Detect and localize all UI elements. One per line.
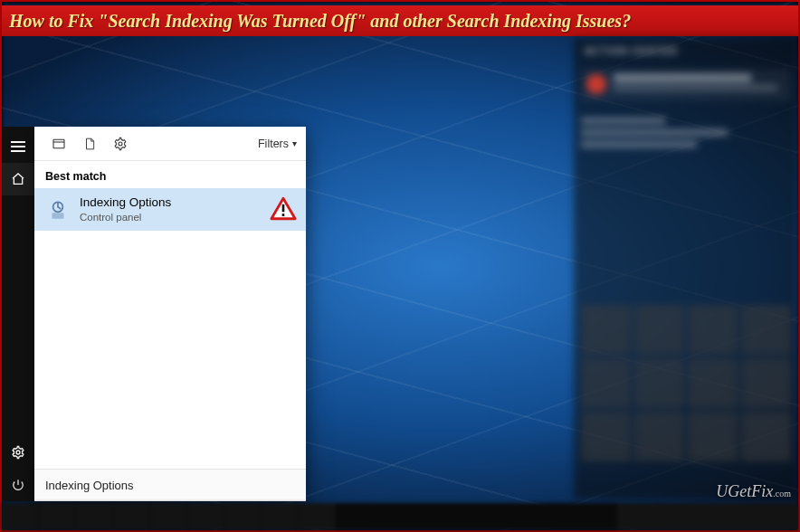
article-title: How to Fix "Search Indexing Was Turned O… <box>9 11 631 32</box>
start-button[interactable] <box>2 503 38 530</box>
filters-dropdown[interactable]: Filters ▾ <box>258 138 297 150</box>
apps-filter-icon[interactable] <box>43 127 74 161</box>
taskbar-app[interactable] <box>224 503 261 530</box>
search-results-panel: Filters ▾ Best match Indexing Options Co… <box>34 127 306 501</box>
control-panel-icon <box>45 197 71 223</box>
svg-rect-6 <box>282 214 285 216</box>
gear-icon[interactable] <box>2 436 34 469</box>
watermark-brand: UGetFix <box>716 482 773 500</box>
taskbar-search-icon[interactable] <box>39 503 75 530</box>
chevron-down-icon: ▾ <box>292 138 297 148</box>
svg-rect-4 <box>52 213 64 219</box>
search-results-empty-area <box>34 231 306 469</box>
warning-icon <box>270 195 297 223</box>
search-result-indexing-options[interactable]: Indexing Options Control panel <box>34 188 306 231</box>
best-match-heading: Best match <box>34 161 306 188</box>
svg-rect-1 <box>53 139 64 147</box>
svg-point-0 <box>16 451 20 454</box>
start-rail <box>2 127 34 501</box>
filters-label: Filters <box>258 138 289 150</box>
settings-filter-icon[interactable] <box>105 127 136 161</box>
watermark-tld: .com <box>773 489 791 499</box>
search-toolbar: Filters ▾ <box>34 127 306 161</box>
taskbar-app[interactable] <box>113 503 149 530</box>
documents-filter-icon[interactable] <box>74 127 105 161</box>
svg-rect-5 <box>282 204 285 211</box>
taskbar-app[interactable] <box>150 503 186 530</box>
home-icon[interactable] <box>2 163 34 195</box>
taskbar-app[interactable] <box>262 503 298 530</box>
search-input-value: Indexing Options <box>45 479 134 492</box>
result-title: Indexing Options <box>80 195 171 211</box>
svg-point-2 <box>119 142 122 146</box>
hamburger-icon[interactable] <box>2 130 34 163</box>
power-icon[interactable] <box>2 469 34 501</box>
result-subtitle: Control panel <box>80 211 171 223</box>
search-input[interactable]: Indexing Options <box>34 469 306 501</box>
taskbar-app[interactable] <box>299 503 335 530</box>
task-view-icon[interactable] <box>76 503 112 530</box>
taskbar <box>2 503 798 530</box>
taskbar-app[interactable] <box>187 503 224 530</box>
system-tray[interactable] <box>617 503 798 530</box>
article-title-banner: How to Fix "Search Indexing Was Turned O… <box>2 5 798 36</box>
watermark: UGetFix.com <box>716 482 791 501</box>
